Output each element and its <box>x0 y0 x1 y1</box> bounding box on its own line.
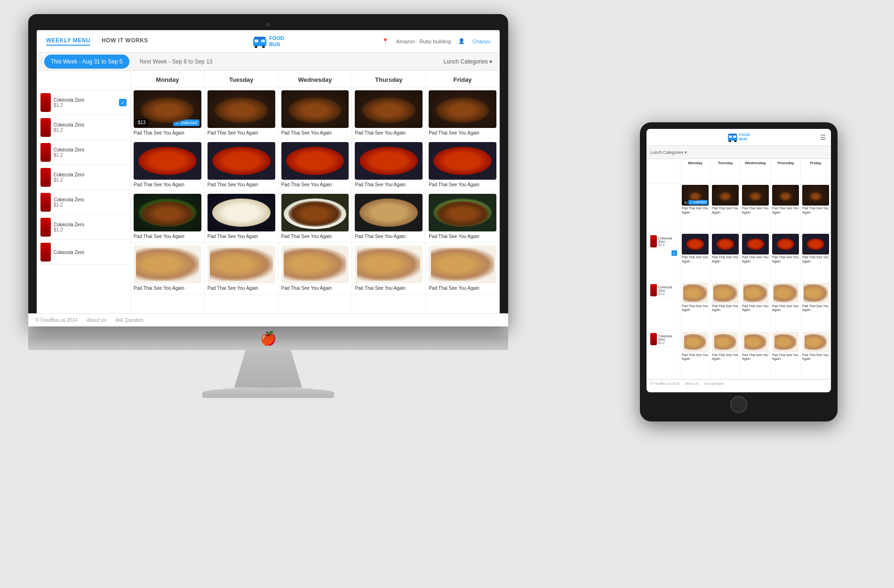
ipad-food-card[interactable]: Pad Thai See You Again <box>741 330 771 379</box>
ipad-food-card[interactable]: $13 ✓ Selected Pad Thai See You Again <box>680 183 710 232</box>
food-card[interactable]: Pad Thai See You Again <box>279 139 352 191</box>
nav-how-it-works[interactable]: HOW IT WORKS <box>102 37 148 46</box>
ipad-lunch-categories[interactable]: Lunch Categories ▾ <box>650 150 687 155</box>
food-card[interactable]: $13 ✓ Selected Pad Thai See You Again <box>131 87 204 139</box>
ipad-food-card[interactable]: Pad Thai See You Again <box>710 330 741 379</box>
food-card[interactable]: Pad Thai See You Again <box>426 87 499 139</box>
ipad-food-title: Pad Thai See You Again <box>682 304 709 312</box>
ipad-food-card[interactable]: Pad Thai See You Again <box>771 183 801 232</box>
week-tabs-bar: This Week - Aug 31 to Sep 5 Next Week - … <box>37 53 500 71</box>
user-label[interactable]: Chaoyu <box>472 39 490 44</box>
food-image <box>281 246 349 283</box>
ipad-food-image <box>682 234 709 254</box>
ipad-item-name: Cokecola Zero <box>658 286 676 292</box>
food-title: Pad Thai See You Again <box>429 130 496 136</box>
ipad-food-card[interactable]: Pad Thai See You Again <box>710 232 741 281</box>
drink-icon <box>40 243 51 262</box>
list-item: Cokecola Zero <box>37 240 130 265</box>
item-info: Cokecola Zero <box>54 250 127 255</box>
ipad-food-card[interactable]: Pad Thai See You Again <box>680 281 710 330</box>
ipad-food-card[interactable]: Pad Thai See You Again <box>710 183 741 232</box>
list-item: Cokecola Zero $1.2 <box>37 165 130 190</box>
sidebar-header <box>37 71 130 90</box>
ipad-home-button[interactable] <box>730 396 747 413</box>
scene: WEEKLY MENU HOW IT WORKS FOOD BUS <box>0 0 894 588</box>
food-card[interactable]: Pad Thai See You Again <box>205 191 278 243</box>
ipad-food-card[interactable]: Pad Thai See You Again <box>801 232 831 281</box>
ipad-food-card[interactable]: Pad Thai See You Again <box>680 330 710 379</box>
food-title: Pad Thai See You Again <box>134 285 201 291</box>
ipad-checkbox[interactable]: ✓ <box>671 250 677 256</box>
food-image <box>281 142 349 180</box>
price-badge: $13 <box>136 119 148 126</box>
food-card[interactable]: Pad Thai See You Again <box>352 243 425 294</box>
food-title: Pad Thai See You Again <box>281 182 349 188</box>
app-logo[interactable]: FOOD BUS <box>252 35 284 48</box>
ipad-food-image <box>682 283 709 303</box>
ipad-food-card[interactable]: Pad Thai See You Again <box>741 281 771 330</box>
hamburger-menu-icon[interactable]: ☰ <box>820 134 826 141</box>
food-card[interactable]: Pad Thai See You Again <box>426 139 499 191</box>
ipad-food-title: Pad Thai See You Again <box>742 207 769 215</box>
ipad-food-card[interactable]: Pad Thai See You Again <box>771 281 801 330</box>
ipad-ask[interactable]: Ask Question <box>704 382 724 385</box>
nav-left: WEEKLY MENU HOW IT WORKS <box>46 37 252 46</box>
about-link[interactable]: About Us <box>87 318 106 322</box>
food-card[interactable]: Pad Thai See You Again <box>131 243 204 294</box>
ipad-food-image <box>712 332 739 352</box>
item-name: Cokecola Zero <box>54 172 127 177</box>
ipad-food-card[interactable]: Pad Thai See You Again <box>801 183 831 232</box>
ipad-copyright: © FoodBus.us 2014 <box>650 382 679 385</box>
ipad-food-image <box>712 185 739 206</box>
ipad-food-card[interactable]: Pad Thai See You Again <box>741 232 771 281</box>
food-image <box>429 90 496 128</box>
ipad-food-card[interactable]: Pad Thai See You Again <box>741 183 771 232</box>
food-card[interactable]: Pad Thai See You Again <box>279 243 352 294</box>
thursday-header: Thursday <box>352 71 425 87</box>
item-price: $1.2 <box>54 103 116 108</box>
ipad-drink-icon <box>650 284 657 296</box>
ipad-food-card[interactable]: Pad Thai See You Again <box>680 232 710 281</box>
this-week-tab[interactable]: This Week - Aug 31 to Sep 5 <box>44 55 129 69</box>
ipad-food-card[interactable]: Pad Thai See You Again <box>801 330 831 379</box>
item-name: Cokecola Zero <box>54 222 127 227</box>
monday-header: Monday <box>131 71 204 87</box>
friday-column: Friday Pad Thai See You Again Pad Thai S… <box>426 71 500 322</box>
tuesday-header: Tuesday <box>205 71 278 87</box>
ipad-food-title: Pad Thai See You Again <box>712 255 739 263</box>
food-image <box>355 90 423 128</box>
food-card[interactable]: Pad Thai See You Again <box>426 243 499 294</box>
food-card[interactable]: Pad Thai See You Again <box>205 243 278 294</box>
food-card[interactable]: Pad Thai See You Again <box>279 87 352 139</box>
ipad-food-image <box>742 234 769 254</box>
ipad-food-card[interactable]: Pad Thai See You Again <box>710 281 741 330</box>
nav-weekly-menu[interactable]: WEEKLY MENU <box>46 37 90 46</box>
checkbox[interactable]: ✓ <box>119 99 127 106</box>
ipad-food-card[interactable]: Pad Thai See You Again <box>801 281 831 330</box>
ipad-about[interactable]: About Us <box>685 382 699 385</box>
imac-camera <box>266 23 270 26</box>
ipad-food-card[interactable]: Pad Thai See You Again <box>771 330 801 379</box>
food-card[interactable]: Pad Thai See You Again <box>352 139 425 191</box>
food-card[interactable]: Pad Thai See You Again <box>352 87 425 139</box>
food-card[interactable]: Pad Thai See You Again <box>205 139 278 191</box>
list-item: Cokecola Zero $1.2 ✓ <box>37 90 130 115</box>
copyright-text: © FoodBus.us 2014 <box>37 318 78 322</box>
ipad-monday-header: Monday <box>680 159 710 183</box>
food-card[interactable]: Pad Thai See You Again <box>426 191 499 243</box>
next-week-tab[interactable]: Next Week - Sep 8 to Sep 13 <box>133 55 219 69</box>
food-card[interactable]: Pad Thai See You Again <box>205 87 278 139</box>
ipad-food-title: Pad Thai See You Again <box>802 207 829 215</box>
ask-link[interactable]: Ask Question <box>116 318 144 322</box>
food-image <box>355 142 423 180</box>
food-title: Pad Thai See You Again <box>208 285 275 291</box>
ipad-food-card[interactable]: Pad Thai See You Again <box>771 232 801 281</box>
user-icon: 👤 <box>458 38 465 44</box>
lunch-categories-dropdown[interactable]: Lunch Categories ▾ <box>444 58 492 65</box>
food-card[interactable]: Pad Thai See You Again <box>131 139 204 191</box>
ipad-food-image <box>772 234 799 254</box>
food-card[interactable]: Pad Thai See You Again <box>279 191 352 243</box>
food-card[interactable]: Pad Thai See You Again <box>131 191 204 243</box>
ipad-wednesday-header: Wednesday <box>741 159 771 183</box>
food-card[interactable]: Pad Thai See You Again <box>352 191 425 243</box>
